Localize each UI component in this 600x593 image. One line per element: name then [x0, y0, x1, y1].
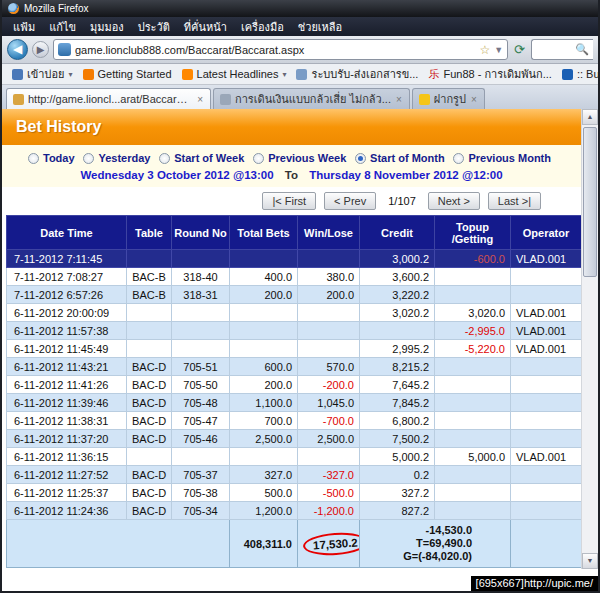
table-header-row: Date TimeTableRound NoTotal BetsWin/Lose…	[7, 216, 582, 250]
scroll-up-icon[interactable]: ▲	[582, 109, 598, 125]
back-button[interactable]: ◀	[7, 39, 28, 60]
table-row[interactable]: 7-11-2012 7:11:453,000.2-600.0VLAD.001	[7, 250, 582, 268]
cell-date-time: 7-11-2012 6:57:26	[7, 286, 127, 304]
filter-option-start-of-week[interactable]: Start of Week	[159, 152, 244, 164]
bookmark-item[interactable]: เข้าบ่อย▾	[7, 65, 78, 83]
radio-icon[interactable]	[159, 153, 170, 164]
filter-option-today[interactable]: Today	[28, 152, 75, 164]
column-header: Date Time	[7, 216, 127, 250]
search-icon[interactable]: 🔍	[575, 43, 589, 56]
table-row[interactable]: 6-11-2012 11:43:21BAC-D705-51600.0570.08…	[7, 358, 582, 376]
cell-total-bets	[230, 448, 298, 466]
scrollbar-thumb[interactable]	[583, 127, 597, 277]
cell-table	[127, 304, 172, 322]
table-row[interactable]: 6-11-2012 11:24:36BAC-D705-341,200.0-1,2…	[7, 502, 582, 520]
cell-table: BAC-D	[127, 430, 172, 448]
vertical-scrollbar[interactable]: ▲ ▼	[581, 109, 598, 569]
table-row[interactable]: 6-11-2012 11:39:46BAC-D705-481,100.01,04…	[7, 394, 582, 412]
cell-credit: 7,645.2	[360, 376, 435, 394]
bookmark-star-icon[interactable]: ☆	[479, 43, 490, 57]
browser-tab[interactable]: ฝากรูป×	[412, 88, 485, 109]
cell-topup-getting	[435, 376, 511, 394]
cell-topup-getting	[435, 412, 511, 430]
watermark: [695x667]http://upic.me/	[471, 576, 598, 591]
browser-tab[interactable]: http://game.lioncl...arat/Baccarat.aspx×	[6, 88, 211, 109]
cell-credit: 3,000.2	[360, 250, 435, 268]
radio-icon[interactable]	[253, 153, 264, 164]
tab-label: http://game.lioncl...arat/Baccarat.aspx	[28, 93, 192, 105]
chevron-down-icon[interactable]: ▼	[494, 45, 503, 55]
filter-option-yesterday[interactable]: Yesterday	[83, 152, 150, 164]
cell-topup-getting	[435, 484, 511, 502]
radio-icon[interactable]	[453, 153, 464, 164]
search-input[interactable]: 🔍	[531, 39, 593, 60]
close-icon[interactable]: ×	[395, 94, 403, 105]
filter-option-previous-week[interactable]: Previous Week	[253, 152, 346, 164]
page-content: Bet History TodayYesterdayStart of WeekP…	[2, 109, 598, 591]
table-row[interactable]: 6-11-2012 11:41:26BAC-D705-50200.0-200.0…	[7, 376, 582, 394]
menu-item[interactable]: เครื่องมือ	[234, 18, 291, 36]
cell-round-no: 705-50	[172, 376, 230, 394]
cell-credit: 327.2	[360, 484, 435, 502]
first-page-button[interactable]: |< First	[262, 192, 316, 210]
cell-date-time: 6-11-2012 11:57:38	[7, 322, 127, 340]
bookmark-item[interactable]: 乐Fun88 - การเดิมพันก...	[423, 65, 556, 83]
forward-button[interactable]: ▶	[32, 41, 49, 58]
table-row[interactable]: 6-11-2012 11:37:20BAC-D705-462,500.02,50…	[7, 430, 582, 448]
cell-operator	[511, 502, 582, 520]
cell-topup-getting	[435, 394, 511, 412]
site-identity-icon[interactable]	[58, 43, 71, 56]
bookmark-item[interactable]: ระบบรับ-ส่งเอกสารข...	[291, 65, 423, 83]
menu-item[interactable]: แฟ้ม	[6, 18, 42, 36]
menu-item[interactable]: ที่คั่นหน้า	[177, 18, 234, 36]
reload-icon[interactable]: ⟳	[512, 42, 527, 57]
cell-credit: 7,845.2	[360, 394, 435, 412]
cell-round-no	[172, 250, 230, 268]
scrollbar-track[interactable]	[582, 125, 598, 553]
filter-option-start-of-month[interactable]: Start of Month	[355, 152, 445, 164]
table-row[interactable]: 6-11-2012 11:25:37BAC-D705-38500.0-500.0…	[7, 484, 582, 502]
table-row[interactable]: 6-11-2012 11:36:155,000.25,000.0VLAD.001	[7, 448, 582, 466]
tab-favicon	[220, 94, 231, 105]
table-row[interactable]: 6-11-2012 20:00:093,020.23,020.0VLAD.001	[7, 304, 582, 322]
prev-page-button[interactable]: < Prev	[324, 192, 376, 210]
table-row[interactable]: 6-11-2012 11:57:38-2,995.0VLAD.001	[7, 322, 582, 340]
column-header: Topup /Getting	[435, 216, 511, 250]
cell-date-time: 6-11-2012 11:37:20	[7, 430, 127, 448]
cell-total-bets: 327.0	[230, 466, 298, 484]
menu-item[interactable]: มุมมอง	[83, 18, 131, 36]
bookmark-item[interactable]: Latest Headlines▾	[177, 68, 292, 80]
table-row[interactable]: 6-11-2012 11:27:52BAC-D705-37327.0-327.0…	[7, 466, 582, 484]
close-icon[interactable]: ×	[470, 94, 478, 105]
menu-item[interactable]: ช่วยเหลือ	[291, 18, 349, 36]
column-header: Total Bets	[230, 216, 298, 250]
table-row[interactable]: 6-11-2012 11:38:31BAC-D705-47700.0-700.0…	[7, 412, 582, 430]
bookmark-item[interactable]: :: Bualuang	[557, 68, 598, 80]
url-input[interactable]: game.lionclub888.com/Baccarat/Baccarat.a…	[75, 44, 475, 56]
cell-topup-getting: 5,000.0	[435, 448, 511, 466]
column-header: Credit	[360, 216, 435, 250]
url-bar[interactable]: game.lionclub888.com/Baccarat/Baccarat.a…	[53, 39, 508, 60]
cell-round-no: 705-48	[172, 394, 230, 412]
bookmark-label: Fun88 - การเดิมพันก...	[443, 65, 551, 83]
browser-tab[interactable]: การเดินเงินแบบกล้วเสี่ย ไม่กล้ว...×	[213, 88, 410, 109]
cell-total-bets: 1,100.0	[230, 394, 298, 412]
close-icon[interactable]: ×	[196, 94, 204, 105]
firefox-icon	[8, 3, 19, 14]
last-page-button[interactable]: Last >|	[488, 192, 541, 210]
next-page-button[interactable]: Next >	[428, 192, 480, 210]
table-row[interactable]: 6-11-2012 11:45:492,995.2-5,220.0VLAD.00…	[7, 340, 582, 358]
radio-icon[interactable]	[28, 153, 39, 164]
table-row[interactable]: 7-11-2012 7:08:27BAC-B318-40400.0380.03,…	[7, 268, 582, 286]
bookmark-item[interactable]: Getting Started	[78, 68, 177, 80]
radio-icon[interactable]	[83, 153, 94, 164]
radio-icon[interactable]	[355, 153, 366, 164]
cell-topup-getting: -5,220.0	[435, 340, 511, 358]
cell-operator	[511, 376, 582, 394]
table-row[interactable]: 7-11-2012 6:57:26BAC-B318-31200.0200.03,…	[7, 286, 582, 304]
filter-option-previous-month[interactable]: Previous Month	[453, 152, 551, 164]
scroll-down-icon[interactable]: ▼	[582, 553, 598, 569]
menu-item[interactable]: ประวัติ	[131, 18, 177, 36]
menu-item[interactable]: แก้ไข	[42, 18, 83, 36]
cell-win-lose: -1,200.0	[298, 502, 360, 520]
